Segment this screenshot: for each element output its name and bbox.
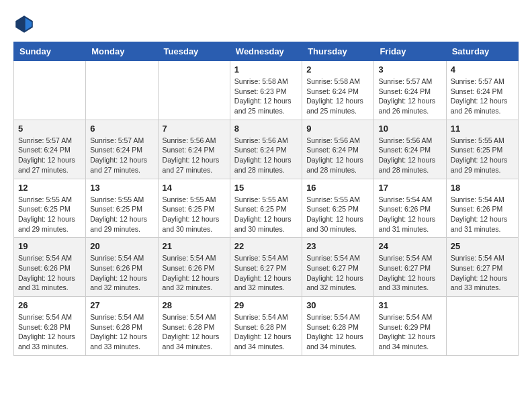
weekday-header-wednesday: Wednesday — [230, 42, 302, 61]
day-info: Sunrise: 5:54 AM Sunset: 6:28 PM Dayligh… — [18, 312, 81, 352]
calendar-day-3: 3Sunrise: 5:57 AM Sunset: 6:24 PM Daylig… — [374, 61, 446, 120]
day-info: Sunrise: 5:55 AM Sunset: 6:25 PM Dayligh… — [306, 195, 369, 234]
day-info: Sunrise: 5:56 AM Sunset: 6:24 PM Dayligh… — [163, 136, 226, 175]
day-info: Sunrise: 5:54 AM Sunset: 6:28 PM Dayligh… — [306, 312, 369, 352]
day-info: Sunrise: 5:56 AM Sunset: 6:24 PM Dayligh… — [234, 136, 298, 175]
calendar-day-15: 15Sunrise: 5:55 AM Sunset: 6:25 PM Dayli… — [230, 179, 302, 238]
calendar-week-row: 12Sunrise: 5:55 AM Sunset: 6:25 PM Dayli… — [14, 179, 519, 238]
day-number: 13 — [90, 183, 153, 193]
day-number: 19 — [18, 241, 81, 251]
calendar-day-11: 11Sunrise: 5:55 AM Sunset: 6:25 PM Dayli… — [446, 120, 518, 179]
calendar-day-20: 20Sunrise: 5:54 AM Sunset: 6:26 PM Dayli… — [86, 238, 158, 297]
weekday-header-monday: Monday — [86, 42, 158, 61]
day-info: Sunrise: 5:57 AM Sunset: 6:24 PM Dayligh… — [90, 136, 153, 175]
day-info: Sunrise: 5:55 AM Sunset: 6:25 PM Dayligh… — [18, 195, 81, 234]
day-info: Sunrise: 5:54 AM Sunset: 6:26 PM Dayligh… — [90, 253, 153, 293]
day-number: 27 — [90, 300, 153, 310]
calendar-day-17: 17Sunrise: 5:54 AM Sunset: 6:26 PM Dayli… — [374, 179, 446, 238]
day-info: Sunrise: 5:54 AM Sunset: 6:26 PM Dayligh… — [451, 195, 514, 234]
day-number: 15 — [234, 183, 298, 193]
calendar-empty-cell — [14, 61, 86, 120]
day-info: Sunrise: 5:56 AM Sunset: 6:24 PM Dayligh… — [378, 136, 441, 175]
day-info: Sunrise: 5:54 AM Sunset: 6:28 PM Dayligh… — [234, 312, 298, 352]
day-number: 20 — [90, 241, 153, 251]
calendar-day-21: 21Sunrise: 5:54 AM Sunset: 6:26 PM Dayli… — [158, 238, 230, 297]
day-info: Sunrise: 5:56 AM Sunset: 6:24 PM Dayligh… — [306, 136, 369, 175]
day-info: Sunrise: 5:58 AM Sunset: 6:24 PM Dayligh… — [306, 77, 369, 116]
weekday-header-row: SundayMondayTuesdayWednesdayThursdayFrid… — [14, 42, 519, 61]
day-info: Sunrise: 5:55 AM Sunset: 6:25 PM Dayligh… — [451, 136, 514, 175]
calendar-day-29: 29Sunrise: 5:54 AM Sunset: 6:28 PM Dayli… — [230, 297, 302, 356]
calendar-day-9: 9Sunrise: 5:56 AM Sunset: 6:24 PM Daylig… — [302, 120, 374, 179]
day-info: Sunrise: 5:55 AM Sunset: 6:25 PM Dayligh… — [234, 195, 298, 234]
day-info: Sunrise: 5:54 AM Sunset: 6:26 PM Dayligh… — [163, 253, 226, 293]
day-info: Sunrise: 5:55 AM Sunset: 6:25 PM Dayligh… — [90, 195, 153, 234]
day-number: 6 — [90, 124, 153, 134]
day-number: 5 — [18, 124, 81, 134]
day-number: 9 — [306, 124, 369, 134]
day-info: Sunrise: 5:58 AM Sunset: 6:23 PM Dayligh… — [234, 77, 298, 116]
day-info: Sunrise: 5:54 AM Sunset: 6:26 PM Dayligh… — [378, 195, 441, 234]
day-number: 2 — [306, 64, 369, 75]
day-number: 3 — [378, 64, 441, 75]
weekday-header-friday: Friday — [374, 42, 446, 61]
calendar-day-2: 2Sunrise: 5:58 AM Sunset: 6:24 PM Daylig… — [302, 61, 374, 120]
calendar-table: SundayMondayTuesdayWednesdayThursdayFrid… — [13, 42, 519, 356]
day-number: 23 — [306, 241, 369, 251]
day-info: Sunrise: 5:54 AM Sunset: 6:28 PM Dayligh… — [90, 312, 153, 352]
calendar-day-28: 28Sunrise: 5:54 AM Sunset: 6:28 PM Dayli… — [158, 297, 230, 356]
calendar-day-23: 23Sunrise: 5:54 AM Sunset: 6:27 PM Dayli… — [302, 238, 374, 297]
calendar-day-24: 24Sunrise: 5:54 AM Sunset: 6:27 PM Dayli… — [374, 238, 446, 297]
day-info: Sunrise: 5:57 AM Sunset: 6:24 PM Dayligh… — [18, 136, 81, 175]
calendar-day-8: 8Sunrise: 5:56 AM Sunset: 6:24 PM Daylig… — [230, 120, 302, 179]
calendar-day-6: 6Sunrise: 5:57 AM Sunset: 6:24 PM Daylig… — [86, 120, 158, 179]
day-info: Sunrise: 5:57 AM Sunset: 6:24 PM Dayligh… — [451, 77, 514, 116]
day-info: Sunrise: 5:54 AM Sunset: 6:27 PM Dayligh… — [234, 253, 298, 293]
calendar-empty-cell — [86, 61, 158, 120]
calendar-day-5: 5Sunrise: 5:57 AM Sunset: 6:24 PM Daylig… — [14, 120, 86, 179]
calendar-week-row: 26Sunrise: 5:54 AM Sunset: 6:28 PM Dayli… — [14, 297, 519, 356]
day-number: 17 — [378, 183, 441, 193]
weekday-header-tuesday: Tuesday — [158, 42, 230, 61]
calendar-empty-cell — [158, 61, 230, 120]
day-number: 16 — [306, 183, 369, 193]
calendar-day-30: 30Sunrise: 5:54 AM Sunset: 6:28 PM Dayli… — [302, 297, 374, 356]
day-number: 14 — [163, 183, 226, 193]
day-number: 28 — [163, 300, 226, 310]
calendar-day-26: 26Sunrise: 5:54 AM Sunset: 6:28 PM Dayli… — [14, 297, 86, 356]
day-number: 31 — [378, 300, 441, 310]
day-number: 24 — [378, 241, 441, 251]
calendar-day-1: 1Sunrise: 5:58 AM Sunset: 6:23 PM Daylig… — [230, 61, 302, 120]
day-number: 7 — [163, 124, 226, 134]
day-number: 29 — [234, 300, 298, 310]
calendar-week-row: 19Sunrise: 5:54 AM Sunset: 6:26 PM Dayli… — [14, 238, 519, 297]
day-number: 8 — [234, 124, 298, 134]
calendar-empty-cell — [446, 297, 518, 356]
logo-icon — [13, 13, 35, 35]
calendar-day-25: 25Sunrise: 5:54 AM Sunset: 6:27 PM Dayli… — [446, 238, 518, 297]
day-info: Sunrise: 5:54 AM Sunset: 6:27 PM Dayligh… — [306, 253, 369, 293]
weekday-header-thursday: Thursday — [302, 42, 374, 61]
calendar-day-4: 4Sunrise: 5:57 AM Sunset: 6:24 PM Daylig… — [446, 61, 518, 120]
day-number: 12 — [18, 183, 81, 193]
day-number: 4 — [451, 64, 514, 75]
day-number: 30 — [306, 300, 369, 310]
weekday-header-sunday: Sunday — [14, 42, 86, 61]
day-number: 25 — [451, 241, 514, 251]
day-number: 22 — [234, 241, 298, 251]
day-number: 1 — [234, 64, 298, 75]
page-header — [13, 13, 519, 35]
day-info: Sunrise: 5:54 AM Sunset: 6:27 PM Dayligh… — [451, 253, 514, 293]
day-number: 11 — [451, 124, 514, 134]
calendar-day-12: 12Sunrise: 5:55 AM Sunset: 6:25 PM Dayli… — [14, 179, 86, 238]
day-number: 21 — [163, 241, 226, 251]
calendar-week-row: 5Sunrise: 5:57 AM Sunset: 6:24 PM Daylig… — [14, 120, 519, 179]
day-number: 26 — [18, 300, 81, 310]
calendar-day-10: 10Sunrise: 5:56 AM Sunset: 6:24 PM Dayli… — [374, 120, 446, 179]
calendar-day-27: 27Sunrise: 5:54 AM Sunset: 6:28 PM Dayli… — [86, 297, 158, 356]
calendar-day-14: 14Sunrise: 5:55 AM Sunset: 6:25 PM Dayli… — [158, 179, 230, 238]
calendar-week-row: 1Sunrise: 5:58 AM Sunset: 6:23 PM Daylig… — [14, 61, 519, 120]
calendar-day-18: 18Sunrise: 5:54 AM Sunset: 6:26 PM Dayli… — [446, 179, 518, 238]
calendar-day-7: 7Sunrise: 5:56 AM Sunset: 6:24 PM Daylig… — [158, 120, 230, 179]
calendar-day-16: 16Sunrise: 5:55 AM Sunset: 6:25 PM Dayli… — [302, 179, 374, 238]
